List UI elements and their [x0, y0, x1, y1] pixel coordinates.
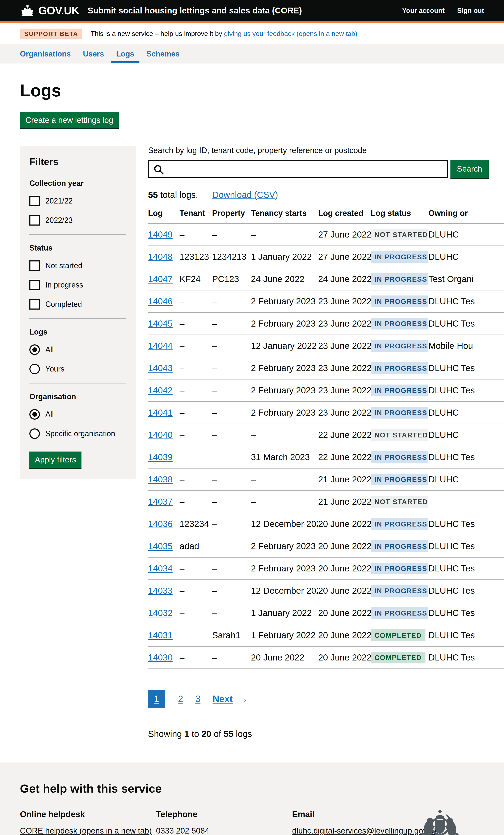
log-id-cell: 14041: [148, 403, 180, 423]
radio-specific-organisation[interactable]: [29, 428, 40, 439]
owning-org-cell: Mobile Hou: [428, 336, 504, 356]
log-link[interactable]: 14037: [148, 497, 173, 507]
owning-org-cell: DLUHC: [428, 224, 504, 245]
search-box: [148, 160, 448, 178]
property-cell: –: [212, 558, 251, 578]
log-status-cell: IN PROGRESS: [371, 290, 428, 312]
log-link[interactable]: 14048: [148, 252, 173, 262]
log-status-cell: IN PROGRESS: [371, 402, 428, 424]
radio-all[interactable]: [29, 344, 40, 355]
radio-all[interactable]: [29, 409, 40, 420]
log-created-cell: 22 June 2022: [318, 447, 371, 467]
log-status-cell: IN PROGRESS: [371, 246, 428, 268]
checkbox-2021-22[interactable]: [29, 196, 40, 206]
filter-option-label: Not started: [45, 261, 82, 270]
search-button[interactable]: Search: [450, 160, 489, 178]
log-id-cell: 14036: [148, 514, 180, 534]
table-row: 14031–Sarah11 February 202220 June 2022C…: [148, 624, 504, 647]
filter-option: Not started: [29, 260, 126, 271]
owning-org-cell: DLUHC: [428, 425, 504, 445]
log-link[interactable]: 14038: [148, 474, 173, 484]
checkbox-in-progress[interactable]: [29, 280, 40, 290]
log-link[interactable]: 14035: [148, 541, 173, 551]
tenant-cell: –: [180, 336, 212, 356]
tenant-cell: –: [180, 492, 212, 512]
service-name[interactable]: Submit social housing lettings and sales…: [87, 6, 402, 15]
footer-link[interactable]: CORE helpdesk (opens in a new tab): [20, 827, 152, 835]
log-link[interactable]: 14032: [148, 608, 173, 618]
property-cell: –: [212, 469, 251, 490]
owning-org-cell: DLUHC Tes: [428, 514, 504, 534]
govuk-header: GOV.UK Submit social housing lettings an…: [0, 0, 504, 23]
create-lettings-log-button[interactable]: Create a new lettings log: [20, 112, 119, 128]
filter-option-label: In progress: [45, 281, 83, 289]
log-link[interactable]: 14034: [148, 564, 173, 573]
tenant-cell: 123234: [180, 514, 212, 534]
log-link[interactable]: 14039: [148, 452, 173, 462]
log-id-cell: 14038: [148, 469, 180, 490]
tenancy-starts-cell: –: [251, 469, 318, 490]
phase-banner-prefix: This is a new service – help us improve …: [91, 30, 224, 37]
log-created-cell: 20 June 2022: [318, 536, 371, 556]
govuk-logotype[interactable]: GOV.UK: [38, 4, 79, 17]
search-input[interactable]: [149, 161, 447, 177]
log-link[interactable]: 14045: [148, 319, 173, 328]
table-row: 14038–––21 June 2022IN PROGRESSDLUHC: [148, 469, 504, 491]
log-id-cell: 14033: [148, 581, 180, 601]
apply-filters-button[interactable]: Apply filters: [29, 451, 81, 468]
checkbox-2022-23[interactable]: [29, 215, 40, 226]
radio-yours[interactable]: [29, 364, 40, 374]
footer: Get help with this service Online helpde…: [0, 762, 504, 835]
status-badge: IN PROGRESS: [371, 451, 428, 463]
pagination-page-3[interactable]: 3: [195, 694, 200, 704]
log-link[interactable]: 14036: [148, 519, 173, 529]
status-badge: IN PROGRESS: [371, 541, 428, 552]
log-link[interactable]: 14031: [148, 630, 173, 640]
nav-item-organisations[interactable]: Organisations: [20, 44, 71, 63]
log-link[interactable]: 14044: [148, 341, 173, 351]
nav-item-schemes[interactable]: Schemes: [146, 44, 180, 63]
nav-item-users[interactable]: Users: [83, 44, 104, 63]
log-link[interactable]: 14046: [148, 296, 173, 306]
tenancy-starts-cell: 12 December 2021: [251, 514, 318, 534]
log-id-cell: 14046: [148, 291, 180, 311]
log-status-cell: IN PROGRESS: [371, 380, 428, 401]
pagination-page-1[interactable]: 1: [148, 690, 165, 708]
tenancy-starts-cell: 20 June 2022: [251, 648, 318, 668]
owning-org-cell: DLUHC Tes: [428, 291, 504, 311]
log-link[interactable]: 14033: [148, 586, 173, 596]
table-header-row: LogTenantPropertyTenancy startsLog creat…: [148, 209, 504, 224]
filter-option-label: All: [45, 345, 54, 354]
log-id-cell: 14037: [148, 492, 180, 512]
pagination-page-2[interactable]: 2: [178, 694, 183, 704]
header-link-your-account[interactable]: Your account: [402, 7, 445, 15]
nav-item-logs[interactable]: Logs: [116, 44, 134, 63]
log-id-cell: 14049: [148, 224, 180, 245]
log-link[interactable]: 14030: [148, 652, 173, 663]
pagination-next-link[interactable]: Next: [213, 694, 233, 704]
log-link[interactable]: 14041: [148, 408, 173, 418]
log-created-cell: 20 June 2022: [318, 625, 371, 645]
feedback-link[interactable]: giving us your feedback (opens in a new …: [224, 30, 358, 37]
log-link[interactable]: 14042: [148, 385, 173, 395]
property-cell: Sarah1: [212, 625, 251, 645]
tenancy-starts-cell: 24 June 2022: [251, 269, 318, 289]
table-row: 14040–––22 June 2022NOT STARTEDDLUHC: [148, 424, 504, 446]
arrow-right-icon: →: [237, 693, 248, 705]
total-logs-text: 55 total logs.: [148, 190, 198, 200]
checkbox-completed[interactable]: [29, 299, 40, 309]
log-link[interactable]: 14040: [148, 430, 173, 440]
download-csv-link[interactable]: Download (CSV): [212, 190, 278, 200]
log-link[interactable]: 14047: [148, 274, 173, 284]
main-content: Logs Create a new lettings log Filters C…: [0, 63, 504, 762]
log-id-cell: 14035: [148, 536, 180, 556]
filters-panel: Filters Collection year2021/222022/23Sta…: [20, 146, 136, 479]
status-badge: IN PROGRESS: [371, 362, 428, 374]
royal-arms-block: © Crown copyright: [395, 810, 485, 835]
header-link-sign-out[interactable]: Sign out: [457, 7, 484, 15]
log-link[interactable]: 14049: [148, 229, 173, 239]
property-cell: –: [212, 492, 251, 512]
table-row: 14032––1 January 202220 June 2022IN PROG…: [148, 602, 504, 624]
checkbox-not-started[interactable]: [29, 260, 40, 271]
log-link[interactable]: 14043: [148, 363, 173, 373]
